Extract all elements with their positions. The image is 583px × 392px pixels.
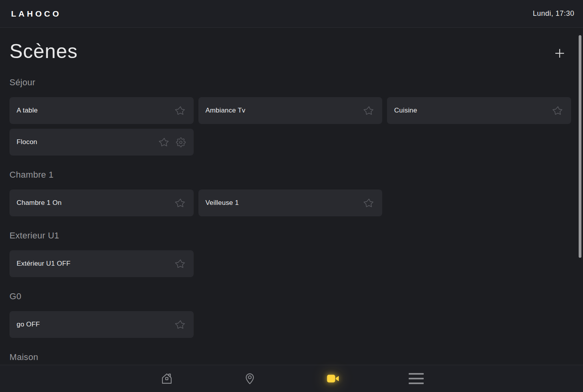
scene-card[interactable]: Extérieur U1 OFF	[9, 250, 194, 277]
app-header: LAHOCO Lundi, 17:30	[0, 0, 583, 28]
star-outline-icon	[175, 319, 186, 330]
favorite-button[interactable]	[553, 105, 563, 116]
scene-section: Maison	[9, 352, 571, 365]
scene-label: Chambre 1 On	[17, 199, 169, 207]
favorite-button[interactable]	[159, 137, 170, 148]
favorite-button[interactable]	[175, 105, 186, 116]
nav-location-button[interactable]	[208, 365, 292, 392]
scene-card[interactable]: Veilleuse 1	[198, 189, 383, 216]
scene-section: G0 go OFF	[9, 291, 571, 338]
favorite-button[interactable]	[364, 105, 374, 116]
menu-icon	[409, 373, 424, 384]
scene-section: Chambre 1 Chambre 1 On Veilleuse 1	[9, 170, 571, 216]
favorite-button[interactable]	[175, 198, 186, 208]
favorite-button[interactable]	[364, 198, 374, 208]
scene-grid: Chambre 1 On Veilleuse 1	[9, 189, 571, 216]
video-camera-icon	[325, 372, 341, 385]
scene-label: go OFF	[17, 321, 169, 328]
scene-label: A table	[17, 107, 169, 114]
datetime-label: Lundi, 17:30	[533, 9, 574, 18]
scene-label: Flocon	[17, 138, 153, 146]
scene-label: Ambiance Tv	[206, 107, 358, 114]
scene-grid: Extérieur U1 OFF	[9, 250, 571, 277]
section-title: Maison	[9, 352, 571, 362]
scene-label: Veilleuse 1	[206, 199, 358, 207]
scene-section: Séjour A table Ambiance Tv Cuisine Floco…	[9, 77, 571, 156]
bottom-nav	[0, 365, 583, 392]
star-outline-icon	[175, 198, 186, 208]
star-outline-icon	[159, 137, 170, 148]
home-icon	[160, 372, 174, 385]
section-title: Séjour	[9, 77, 571, 88]
scenes-page: Scènes Séjour A table Ambiance Tv	[0, 28, 583, 365]
add-scene-button[interactable]	[551, 45, 568, 62]
scene-card[interactable]: Cuisine	[387, 97, 571, 124]
vertical-scrollbar[interactable]	[579, 35, 581, 258]
scene-card[interactable]: Flocon	[9, 129, 194, 156]
favorite-button[interactable]	[175, 319, 186, 330]
title-row: Scènes	[9, 39, 571, 63]
scene-card[interactable]: go OFF	[9, 311, 194, 338]
favorite-button[interactable]	[175, 259, 186, 269]
scene-card[interactable]: Ambiance Tv	[198, 97, 383, 124]
nav-home-button[interactable]	[125, 365, 209, 392]
nav-menu-button[interactable]	[375, 365, 458, 392]
scene-label: Cuisine	[394, 107, 546, 114]
sections: Séjour A table Ambiance Tv Cuisine Floco…	[9, 77, 571, 365]
section-title: G0	[9, 291, 571, 302]
star-outline-icon	[364, 105, 374, 116]
section-title: Chambre 1	[9, 170, 571, 180]
plus-icon	[554, 47, 566, 59]
nav-camera-button[interactable]	[292, 365, 375, 392]
location-pin-icon	[243, 372, 257, 385]
scene-grid: go OFF	[9, 311, 571, 338]
gear-icon	[176, 137, 186, 147]
section-title: Exterieur U1	[9, 231, 571, 241]
star-outline-icon	[175, 259, 186, 269]
star-outline-icon	[364, 198, 374, 208]
star-outline-icon	[553, 105, 563, 116]
scene-section: Exterieur U1 Extérieur U1 OFF	[9, 231, 571, 277]
scene-label: Extérieur U1 OFF	[17, 260, 169, 268]
scene-card[interactable]: A table	[9, 97, 194, 124]
lahoco-logo: LAHOCO	[11, 9, 61, 19]
scene-card[interactable]: Chambre 1 On	[9, 189, 194, 216]
page-title: Scènes	[9, 39, 78, 63]
gear-button[interactable]	[176, 137, 186, 147]
nav-inner	[125, 365, 458, 392]
star-outline-icon	[175, 105, 186, 116]
scene-grid: A table Ambiance Tv Cuisine Flocon	[9, 97, 571, 156]
